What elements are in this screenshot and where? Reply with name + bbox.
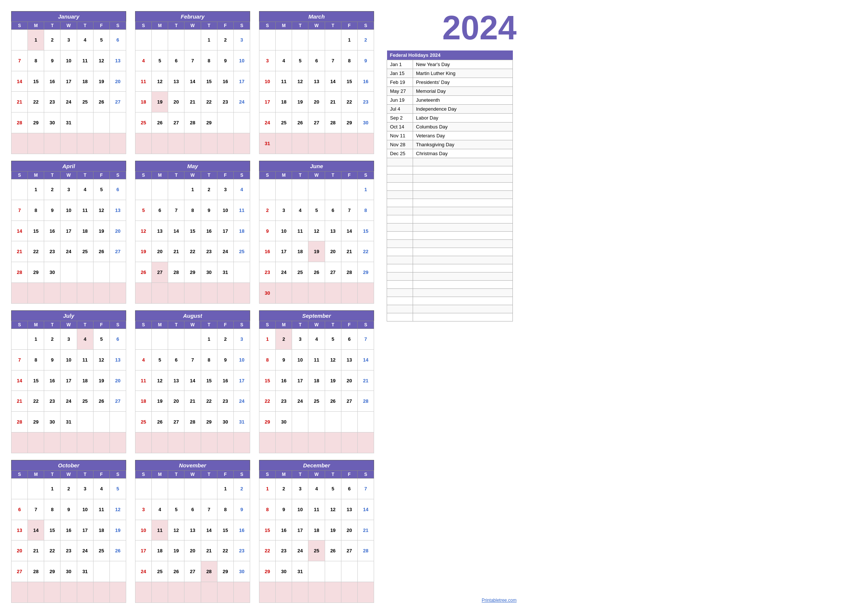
day-cell — [276, 30, 292, 51]
day-header-6: S — [110, 471, 126, 479]
day-header-4: T — [201, 172, 217, 179]
day-cell: 29 — [357, 262, 374, 283]
day-cell: 23 — [217, 92, 233, 113]
day-cell: 12 — [168, 520, 184, 541]
day-cell — [201, 283, 217, 304]
day-cell: 2 — [201, 179, 217, 200]
holiday-name: Labor Day — [413, 113, 513, 122]
day-header-6: S — [357, 172, 374, 179]
day-cell: 12 — [93, 200, 110, 220]
day-cell: 5 — [152, 349, 168, 370]
day-cell — [357, 412, 374, 433]
day-cell — [325, 582, 341, 603]
holiday-date: Jun 19 — [387, 96, 413, 105]
day-header-1: M — [276, 22, 292, 30]
day-cell: 15 — [201, 71, 217, 92]
day-header-5: F — [341, 471, 357, 479]
day-cell: 20 — [184, 541, 201, 561]
day-cell — [44, 133, 60, 154]
day-cell: 23 — [217, 391, 233, 412]
day-header-1: M — [28, 172, 44, 179]
day-cell: 20 — [110, 220, 126, 241]
calendar-june: JuneSMTWTFS12345678910111213141516171819… — [259, 161, 374, 304]
day-cell: 1 — [357, 179, 374, 200]
day-cell: 29 — [44, 561, 60, 582]
day-cell: 6 — [110, 179, 126, 200]
day-cell: 8 — [201, 50, 217, 71]
day-cell — [292, 582, 308, 603]
day-cell: 7 — [357, 329, 374, 350]
day-cell: 18 — [77, 71, 93, 92]
day-cell: 4 — [77, 179, 93, 200]
holiday-date: Oct 14 — [387, 122, 413, 132]
day-cell: 5 — [325, 479, 341, 499]
holiday-empty-row — [387, 207, 413, 215]
day-cell: 22 — [28, 92, 44, 113]
holiday-empty-row — [413, 240, 513, 248]
day-cell — [152, 133, 168, 154]
holiday-date: Jan 15 — [387, 69, 413, 78]
day-cell: 28 — [168, 262, 184, 283]
day-cell: 16 — [233, 520, 250, 541]
day-cell — [93, 113, 110, 133]
day-cell — [11, 179, 28, 200]
day-cell: 27 — [325, 262, 341, 283]
printabletree-link[interactable]: Printabletree.com — [482, 594, 516, 603]
day-cell: 25 — [77, 92, 93, 113]
day-cell — [201, 433, 217, 453]
day-cell: 6 — [325, 200, 341, 220]
day-cell: 25 — [308, 541, 325, 561]
day-cell: 18 — [308, 520, 325, 541]
day-cell: 31 — [292, 561, 308, 582]
day-cell: 2 — [217, 329, 233, 350]
day-cell: 14 — [11, 220, 28, 241]
holiday-empty-row — [387, 297, 413, 305]
day-cell — [152, 479, 168, 499]
day-cell: 18 — [77, 220, 93, 241]
day-header-3: W — [60, 471, 77, 479]
day-header-4: T — [77, 172, 93, 179]
day-cell: 6 — [308, 50, 325, 71]
day-cell: 15 — [217, 520, 233, 541]
calendar-december: DecemberSMTWTFS1234567891011121314151617… — [259, 460, 374, 603]
day-cell: 28 — [28, 561, 44, 582]
holiday-date: Nov 11 — [387, 132, 413, 140]
holiday-name: Martin Luther King — [413, 69, 513, 78]
calendar-may: MaySMTWTFS123456789101112131415161718192… — [135, 161, 250, 304]
day-header-4: T — [325, 471, 341, 479]
month-header-september: September — [259, 311, 374, 321]
day-header-6: S — [357, 471, 374, 479]
day-cell: 5 — [292, 50, 308, 71]
day-cell: 23 — [60, 541, 77, 561]
month-header-february: February — [135, 11, 250, 22]
month-header-july: July — [11, 311, 126, 321]
day-cell: 23 — [276, 541, 292, 561]
day-cell: 31 — [259, 133, 276, 154]
day-cell: 27 — [110, 241, 126, 262]
holiday-empty-row — [387, 223, 413, 232]
calendar-grid: JanuarySMTWTFS12345678910111213141516171… — [11, 11, 857, 603]
day-cell: 23 — [44, 241, 60, 262]
day-cell: 26 — [135, 262, 152, 283]
day-cell — [168, 283, 184, 304]
day-header-2: T — [44, 471, 60, 479]
month-header-april: April — [11, 161, 126, 172]
day-cell: 15 — [44, 520, 60, 541]
day-cell: 5 — [135, 200, 152, 220]
day-cell: 26 — [152, 113, 168, 133]
day-cell: 6 — [168, 349, 184, 370]
day-cell — [60, 433, 77, 453]
day-cell: 15 — [357, 220, 374, 241]
day-cell: 18 — [135, 92, 152, 113]
day-cell: 24 — [292, 541, 308, 561]
day-cell: 30 — [44, 262, 60, 283]
day-cell: 20 — [341, 370, 357, 391]
day-cell — [60, 582, 77, 603]
day-header-1: M — [152, 321, 168, 329]
day-cell: 5 — [110, 479, 126, 499]
day-cell: 1 — [201, 30, 217, 51]
day-cell — [152, 329, 168, 350]
day-cell — [233, 133, 250, 154]
day-cell: 8 — [357, 200, 374, 220]
day-cell: 26 — [325, 541, 341, 561]
